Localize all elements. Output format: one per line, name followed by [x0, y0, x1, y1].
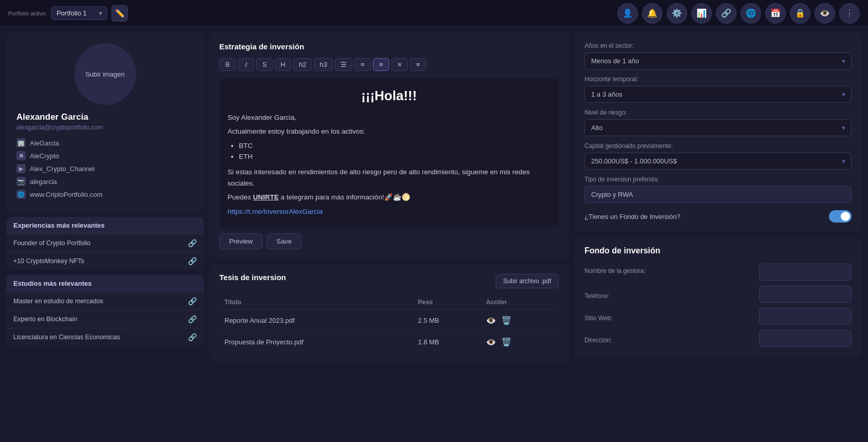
x-icon: ✖ — [16, 151, 26, 160]
icon-btn-6[interactable]: 📅 — [765, 3, 786, 24]
telefono-input[interactable] — [759, 286, 852, 303]
anos-label: Años en el sector: — [584, 42, 852, 49]
experiencia-link-1[interactable]: 🔗 — [188, 257, 197, 265]
align-right-button[interactable]: ≡ — [391, 58, 408, 71]
horizonte-select[interactable]: Menos de 1 año 1 a 3 años 3 a 5 años 5+ … — [584, 86, 852, 103]
avatar-upload[interactable]: Subir imagen — [74, 43, 136, 105]
icon-btn-5[interactable]: 🌐 — [741, 3, 761, 24]
icon-btn-4[interactable]: 🔗 — [716, 3, 737, 24]
nivel-riesgo-select[interactable]: Bajo Medio Alto — [584, 119, 852, 136]
fondo-title: Fondo de inversión — [584, 246, 852, 255]
icon-btn-3[interactable]: 📊 — [691, 3, 712, 24]
social-youtube: ▶ Alex_Crypto_Channel — [16, 164, 95, 173]
row-1-action-buttons: 👁️ 🗑️ — [486, 337, 554, 347]
tesis-panel: Tesis de inversion Subir archivo .pdf Tí… — [209, 264, 569, 362]
tipo-inversion-label: Tipo de inversion preferida: — [584, 176, 852, 183]
icon-btn-1[interactable]: 🔔 — [642, 3, 663, 24]
preview-button[interactable]: Preview — [219, 233, 262, 249]
icon-btn-2[interactable]: ⚙️ — [667, 3, 687, 24]
strikethrough-button[interactable]: S — [256, 58, 273, 71]
social-instagram: 📷 alegarcia — [16, 177, 57, 186]
delete-icon-1[interactable]: 🗑️ — [501, 337, 512, 347]
row-0-peso: 2.5 MB — [413, 310, 481, 332]
portfolio-selector: Portfolio activo: Portfolio 1 ▼ ✏️ — [8, 5, 128, 22]
estudios-header: Estudios más relevantes — [6, 275, 204, 292]
save-button[interactable]: Save — [267, 233, 301, 249]
gestora-label: Nombre de la gestora: — [584, 267, 752, 274]
estudio-link-1[interactable]: 🔗 — [188, 315, 197, 323]
heading-button[interactable]: H — [275, 58, 291, 71]
row-0-titulo: Reporte Anual 2023.pdf — [219, 310, 413, 332]
globe-icon: 🌐 — [16, 190, 26, 199]
estudio-label-2: Licenciatura en Ciencias Economicas — [13, 334, 120, 341]
upload-pdf-button[interactable]: Subir archivo .pdf — [496, 274, 559, 288]
social-website-label: www.CriptoPortfolio.com — [30, 191, 103, 198]
capital-select[interactable]: Menos de 50.000US$ 50.000 - 250.000US$ 2… — [584, 153, 852, 170]
estrategia-title: Estrategia de inversión — [219, 42, 559, 51]
portfolio-select[interactable]: Portfolio 1 — [51, 6, 107, 20]
estudio-item-2: Licenciatura en Ciencias Economicas 🔗 — [6, 328, 204, 346]
align-left-button[interactable]: ≡ — [373, 58, 389, 71]
anos-dropdown-wrap: Menos de 1 año 1-3 años 3-5 años 5+ años… — [584, 52, 852, 69]
align-center-button[interactable]: ≡ — [354, 58, 371, 71]
experiencias-card: Experiencias más relevantes Founder of C… — [6, 217, 204, 270]
fondo-toggle-switch[interactable] — [829, 210, 852, 223]
h2-button[interactable]: h2 — [293, 58, 312, 71]
sitioweb-input[interactable] — [759, 308, 852, 325]
estudio-item-1: Experto en Blockchain 🔗 — [6, 310, 204, 328]
view-icon-1[interactable]: 👁️ — [486, 337, 496, 347]
fondo-toggle-row: ¿Tienes un Fondo de Inversión? — [584, 210, 852, 223]
experiencia-item-1: +10 CryptoMonkey NFTs 🔗 — [6, 252, 204, 270]
capital-dropdown-wrap: Menos de 50.000US$ 50.000 - 250.000US$ 2… — [584, 153, 852, 170]
tipo-inversion-input[interactable] — [584, 186, 852, 203]
row-1-peso: 1.8 MB — [413, 332, 481, 353]
icon-btn-0[interactable]: 👤 — [617, 3, 638, 24]
estrategia-panel: Estrategia de inversión B I S H h2 h3 ☰ … — [209, 33, 569, 259]
table-row: Propuesta de Proyecto.pdf 1.8 MB 👁️ 🗑️ — [219, 332, 559, 353]
view-icon-0[interactable]: 👁️ — [486, 316, 496, 325]
editor-list-item-btc: BTC — [239, 140, 551, 152]
delete-icon-0[interactable]: 🗑️ — [501, 316, 512, 325]
list-ul-button[interactable]: ☰ — [335, 58, 352, 71]
estudio-link-0[interactable]: 🔗 — [188, 297, 197, 305]
experiencia-link-0[interactable]: 🔗 — [188, 239, 197, 247]
top-icons: 👤 🔔 ⚙️ 📊 🔗 🌐 📅 🔒 👁️ ⋮ — [617, 3, 860, 24]
col-peso: Peso — [413, 295, 481, 310]
right-column: Años en el sector: Menos de 1 año 1-3 añ… — [574, 33, 862, 432]
row-1-actions: 👁️ 🗑️ — [481, 332, 559, 353]
avatar-label: Subir imagen — [85, 70, 125, 78]
icon-btn-8[interactable]: 👁️ — [815, 3, 835, 24]
social-website: 🌐 www.CriptoPortfolio.com — [16, 190, 103, 199]
estudio-link-2[interactable]: 🔗 — [188, 333, 197, 341]
anos-sector-select[interactable]: Menos de 1 año 1-3 años 3-5 años 5+ años — [584, 52, 852, 69]
bold-button[interactable]: B — [219, 58, 236, 71]
italic-button[interactable]: I — [238, 58, 254, 71]
icon-btn-9[interactable]: ⋮ — [839, 3, 860, 24]
telefono-label: Teléfono: — [584, 292, 752, 300]
nivel-riesgo-label: Nivel de riesgo: — [584, 109, 852, 116]
social-alecrypto-label: AleCrypto — [30, 152, 59, 160]
play-icon: ▶ — [16, 164, 26, 173]
investment-fields-panel: Años en el sector: Menos de 1 año 1-3 añ… — [574, 33, 862, 232]
direccion-input[interactable] — [759, 330, 852, 347]
estudio-label-1: Experto en Blockchain — [13, 316, 77, 323]
tesis-table: Título Peso Acción Reporte Anual 2023.pd… — [219, 295, 559, 353]
experiencia-label-1: +10 CryptoMonkey NFTs — [13, 257, 84, 265]
table-row: Reporte Anual 2023.pdf 2.5 MB 👁️ 🗑️ — [219, 310, 559, 332]
editor-content[interactable]: ¡¡¡Hola!!! Soy Alexander Garcia, Actualm… — [219, 78, 559, 227]
profile-email: alexgarcia@cryptoportfolio.com — [16, 124, 103, 131]
h3-button[interactable]: h3 — [314, 58, 332, 71]
gestora-input[interactable] — [759, 264, 852, 281]
center-column: Estrategia de inversión B I S H h2 h3 ☰ … — [209, 33, 569, 432]
editor-actions: Preview Save — [219, 233, 559, 249]
estudios-card: Estudios más relevantes Master en estudi… — [6, 275, 204, 346]
editor-paragraph-2: Puedes UNIRTE a telegram para más inform… — [228, 192, 551, 203]
row-0-action-buttons: 👁️ 🗑️ — [486, 316, 554, 325]
align-justify-button[interactable]: ≡ — [410, 58, 426, 71]
estudio-item-0: Master en estudio de mercados 🔗 — [6, 292, 204, 310]
icon-btn-7[interactable]: 🔒 — [790, 3, 810, 24]
social-algearcia: 🏢 AleGarcia — [16, 138, 59, 148]
edit-portfolio-button[interactable]: ✏️ — [111, 5, 128, 22]
estudio-label-0: Master en estudio de mercados — [13, 298, 103, 305]
social-instagram-label: alegarcia — [30, 178, 57, 186]
